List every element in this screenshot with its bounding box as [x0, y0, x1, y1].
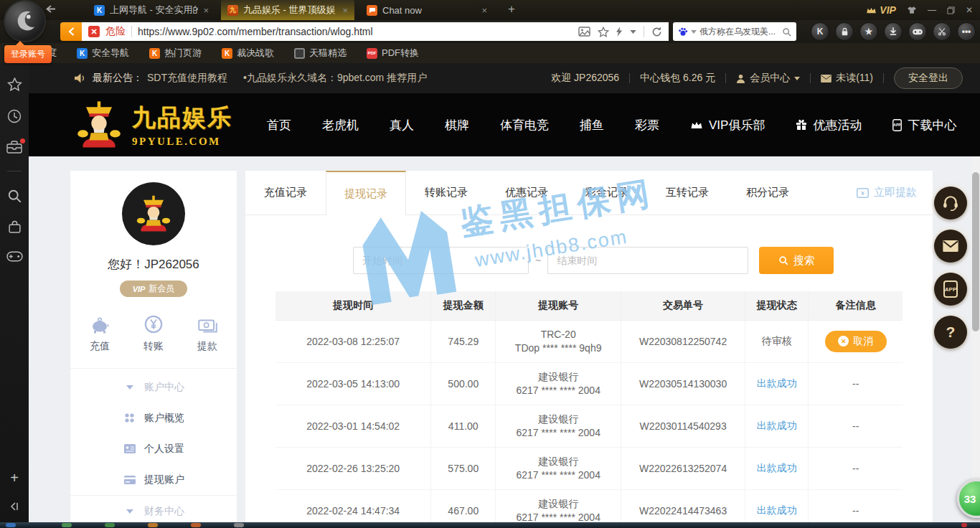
- chevron-down-icon[interactable]: [630, 30, 636, 34]
- url-field[interactable]: ✕ 危险 https://www.9p02.com/member/transac…: [82, 22, 669, 41]
- customer-service-button[interactable]: [934, 187, 967, 220]
- nav-download[interactable]: APP 下载中心: [892, 117, 956, 133]
- status-success-link[interactable]: 出款成功: [757, 504, 797, 516]
- wallet-balance[interactable]: 中心钱包 6.26 元: [640, 72, 715, 85]
- search-button[interactable]: 搜索: [759, 247, 834, 274]
- more-button[interactable]: •••: [957, 22, 976, 41]
- member-center-menu[interactable]: 会员中心: [736, 72, 800, 85]
- tab-promo-records[interactable]: 优惠记录: [486, 171, 567, 214]
- appstore-rail-icon[interactable]: [8, 220, 22, 234]
- chevron-down-icon[interactable]: [691, 30, 697, 34]
- image-mode-icon[interactable]: [578, 27, 590, 37]
- unread-messages[interactable]: 未读(11): [821, 72, 873, 85]
- tab-mutual-records[interactable]: 互转记录: [647, 171, 727, 214]
- browser-tab-chat[interactable]: Chat now ×: [360, 0, 494, 20]
- add-panel-icon[interactable]: +: [10, 470, 19, 486]
- nav-vip-club[interactable]: VIP俱乐部: [690, 117, 765, 133]
- lock-button[interactable]: [835, 22, 854, 41]
- nav-slots[interactable]: 老虎机: [322, 117, 359, 133]
- nav-sports[interactable]: 体育电竞: [500, 117, 549, 133]
- page-scrollbar[interactable]: [971, 156, 980, 522]
- withdraw-now-link[interactable]: ¥ 立即提款: [857, 171, 933, 214]
- menu-item-account-overview[interactable]: 账户概览: [70, 402, 237, 433]
- cancel-withdraw-button[interactable]: ✕ 取消: [825, 331, 887, 352]
- messages-button[interactable]: [934, 230, 967, 263]
- browser-vip-button[interactable]: VIP: [866, 4, 896, 16]
- page-back-button[interactable]: [60, 22, 82, 41]
- menu-item-withdraw-account[interactable]: 提现账户: [70, 464, 237, 495]
- download-button[interactable]: [884, 22, 903, 41]
- status-success-link[interactable]: 出款成功: [757, 377, 797, 389]
- status-success-link[interactable]: 出款成功: [757, 420, 797, 431]
- end-time-input[interactable]: [547, 247, 748, 274]
- nav-cards[interactable]: 棋牌: [445, 117, 469, 133]
- site-logo[interactable]: 九品娱乐 9PYULE.COM: [73, 99, 232, 151]
- tab-points-records[interactable]: 积分记录: [727, 171, 808, 214]
- tab-transfer-records[interactable]: 转账记录: [406, 171, 486, 214]
- search-icon: [778, 255, 788, 265]
- nav-fishing[interactable]: 捕鱼: [580, 117, 604, 133]
- menu-section-finance[interactable]: 财务中心: [70, 496, 237, 522]
- bookmark-warsong[interactable]: K裁决战歌: [222, 47, 274, 60]
- bookmark-pdf[interactable]: PDFPDF转换: [367, 47, 419, 60]
- browser-logo[interactable]: [5, 1, 44, 41]
- login-account-tooltip[interactable]: 登录账号: [4, 45, 52, 63]
- restore-button[interactable]: [947, 6, 955, 14]
- app-download-button[interactable]: APP: [934, 273, 967, 306]
- bookmark-games[interactable]: K热门页游: [149, 47, 202, 60]
- lightning-icon[interactable]: [616, 27, 623, 37]
- transfer-action[interactable]: 转账: [143, 315, 164, 353]
- k-orange-icon: K: [149, 48, 160, 59]
- history-back-icon[interactable]: [46, 4, 56, 16]
- k-toolbox-button[interactable]: K: [811, 22, 829, 41]
- inbox-rail-icon[interactable]: [6, 141, 22, 154]
- games-button[interactable]: [908, 22, 927, 41]
- start-time-input[interactable]: [353, 247, 529, 274]
- scrollbar-thumb[interactable]: [972, 172, 979, 331]
- deposit-action[interactable]: 充值: [90, 315, 110, 353]
- tab-close-icon[interactable]: ×: [203, 5, 209, 16]
- avatar[interactable]: [122, 182, 185, 245]
- menu-item-personal-settings[interactable]: 个人设置: [70, 433, 237, 464]
- tab-bonus-records[interactable]: 彩金记录: [567, 171, 647, 214]
- scissors-button[interactable]: [933, 22, 951, 41]
- nav-lottery[interactable]: 彩票: [635, 117, 659, 133]
- gamepad-rail-icon[interactable]: [6, 251, 23, 262]
- bookmark-tmall[interactable]: 天猫精选: [294, 47, 347, 60]
- minimize-button[interactable]: —: [928, 5, 936, 15]
- collapse-rail-icon[interactable]: [9, 501, 20, 512]
- browser-tab-nav[interactable]: K 上网导航 - 安全实用的 ×: [88, 0, 215, 20]
- nav-live[interactable]: 真人: [390, 117, 414, 133]
- logout-button[interactable]: 安全登出: [894, 67, 963, 89]
- browser-tab-active[interactable]: 九 九品娱乐 - 世界顶级娱 ×: [221, 0, 354, 20]
- tab-withdraw-records[interactable]: 提现记录: [326, 171, 406, 215]
- bookmark-safe-nav[interactable]: K安全导航: [77, 47, 129, 60]
- announcement-item[interactable]: SDT充值使用教程: [147, 72, 227, 85]
- refresh-icon[interactable]: [651, 27, 662, 37]
- menu-section-account[interactable]: 账户中心: [70, 372, 237, 402]
- help-button[interactable]: ?: [934, 316, 967, 349]
- favorites-button[interactable]: ★: [859, 22, 878, 41]
- close-button[interactable]: ✕: [966, 5, 973, 15]
- status-success-link[interactable]: 出款成功: [757, 462, 797, 473]
- new-tab-button[interactable]: +: [504, 2, 519, 16]
- tab-close-icon[interactable]: ×: [342, 5, 348, 16]
- pdf-icon: PDF: [367, 48, 377, 59]
- mail-icon: [943, 240, 958, 252]
- search-query[interactable]: 俄方称在乌发现美...: [699, 26, 779, 38]
- browser-search-box[interactable]: 俄方称在乌发现美...: [673, 22, 796, 41]
- announcement-item[interactable]: •九品娱乐永久域名：9pbet.com 推荐用户: [243, 72, 427, 85]
- search-icon[interactable]: [782, 27, 791, 37]
- skin-icon[interactable]: [907, 6, 917, 14]
- windows-taskbar[interactable]: [0, 522, 980, 528]
- search-rail-icon[interactable]: [7, 189, 22, 203]
- nav-home[interactable]: 首页: [267, 117, 291, 133]
- url-text[interactable]: https://www.9p02.com/member/transaction/…: [138, 26, 573, 37]
- add-favorite-icon[interactable]: [598, 27, 609, 37]
- favorites-rail-icon[interactable]: [7, 77, 22, 92]
- history-rail-icon[interactable]: [7, 109, 22, 123]
- withdraw-action[interactable]: 提款: [197, 315, 217, 353]
- tab-deposit-records[interactable]: 充值记录: [245, 171, 326, 214]
- tab-close-icon[interactable]: ×: [481, 5, 487, 16]
- nav-promotions[interactable]: 优惠活动: [796, 117, 862, 133]
